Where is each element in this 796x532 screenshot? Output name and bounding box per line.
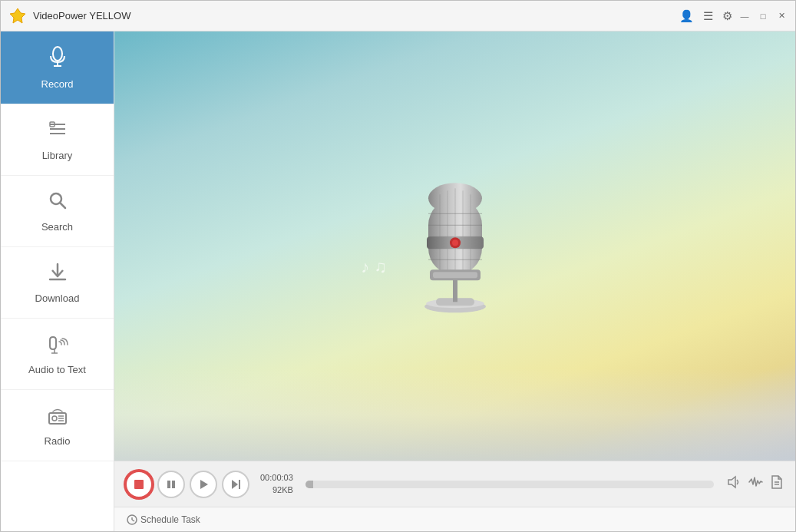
profile-icon[interactable]: 👤 (679, 9, 694, 23)
download-icon (47, 261, 68, 288)
gear-icon[interactable]: ⚙ (722, 9, 732, 23)
sidebar-item-audiototext[interactable]: Audio to Text (1, 319, 114, 390)
radio-icon (47, 404, 68, 431)
sidebar-item-download[interactable]: Download (1, 247, 114, 319)
progress-fill (306, 481, 314, 488)
maximize-button[interactable]: □ (757, 10, 769, 22)
app-logo (8, 7, 27, 25)
title-bar-controls: 👤 ☰ ⚙ (679, 9, 732, 23)
schedule-bar: Schedule Task (114, 507, 795, 531)
svg-line-9 (60, 203, 65, 209)
sidebar: Record Library (1, 31, 114, 531)
svg-point-36 (452, 240, 458, 246)
search-icon (47, 190, 68, 216)
svg-line-49 (132, 520, 134, 521)
svg-marker-41 (200, 480, 208, 489)
svg-marker-42 (232, 480, 238, 489)
svg-point-14 (52, 416, 57, 421)
sidebar-search-label: Search (41, 221, 73, 233)
microphone-illustration (398, 156, 513, 320)
background-area: ♪ ♫ (114, 31, 795, 461)
svg-rect-38 (433, 272, 477, 278)
svg-marker-44 (728, 477, 735, 487)
waveform-icon[interactable] (748, 474, 763, 494)
bg-clouds (114, 368, 795, 461)
volume-icon[interactable] (726, 474, 742, 494)
sidebar-item-radio[interactable]: Radio (1, 390, 114, 461)
time-display: 00:00:03 (260, 472, 293, 484)
schedule-label: Schedule Task (140, 514, 200, 525)
svg-rect-40 (172, 481, 175, 488)
stop-button[interactable] (125, 471, 153, 498)
transport-bar: 00:00:03 92KB (114, 461, 795, 507)
sidebar-download-label: Download (35, 292, 80, 304)
close-button[interactable]: ✕ (775, 10, 788, 22)
play-button[interactable] (190, 471, 217, 498)
sidebar-item-library[interactable]: Library (1, 104, 114, 176)
pause-icon (166, 479, 177, 490)
time-info: 00:00:03 92KB (260, 472, 293, 496)
library-icon (47, 118, 68, 145)
svg-point-1 (53, 47, 62, 61)
music-notes: ♪ ♫ (361, 257, 387, 277)
svg-rect-39 (167, 481, 170, 488)
transport-right-icons (726, 474, 784, 494)
sidebar-radio-label: Radio (45, 435, 71, 447)
sidebar-item-record[interactable]: Record (1, 31, 114, 104)
sidebar-item-search[interactable]: Search (1, 176, 114, 247)
progress-bar[interactable] (306, 481, 714, 488)
next-button[interactable] (222, 471, 249, 498)
record-icon (46, 45, 69, 74)
sidebar-audiototext-label: Audio to Text (28, 364, 86, 375)
central-area: ♪ ♫ (114, 31, 795, 531)
svg-marker-0 (10, 8, 25, 23)
title-bar: VideoPower YELLOW 👤 ☰ ⚙ — □ ✕ (1, 1, 795, 31)
stop-icon (134, 480, 144, 489)
app-window: VideoPower YELLOW 👤 ☰ ⚙ — □ ✕ (0, 0, 796, 532)
list-icon[interactable]: ☰ (703, 9, 713, 23)
play-icon (198, 479, 209, 490)
svg-rect-43 (239, 480, 240, 489)
size-display: 92KB (272, 484, 293, 496)
main-content: Record Library (1, 31, 795, 531)
sidebar-library-label: Library (42, 150, 73, 161)
schedule-icon (127, 514, 137, 525)
window-controls: — □ ✕ (738, 10, 788, 22)
file-icon[interactable] (769, 474, 784, 494)
app-title: VideoPower YELLOW (33, 10, 679, 21)
audiototext-icon (47, 332, 68, 359)
schedule-task[interactable]: Schedule Task (127, 514, 200, 525)
pause-button[interactable] (157, 471, 185, 498)
minimize-button[interactable]: — (738, 10, 751, 22)
sidebar-record-label: Record (41, 78, 74, 90)
next-icon (230, 479, 241, 490)
